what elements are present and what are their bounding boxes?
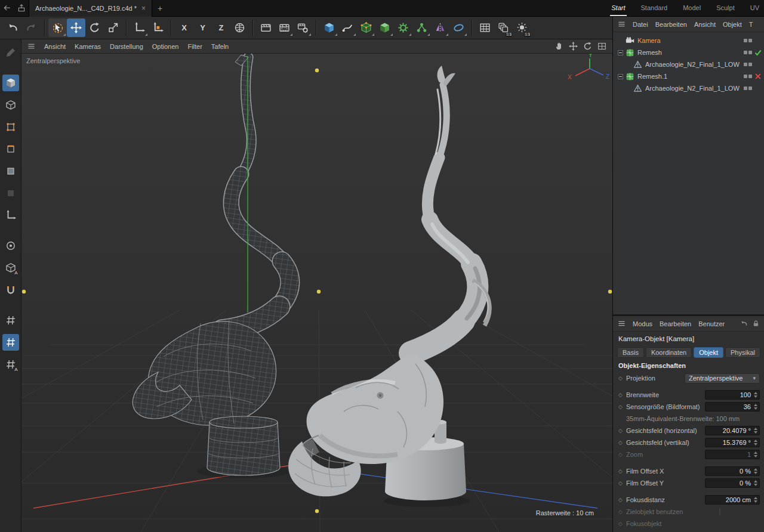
fokusdistanz-input[interactable]: 2000 cm (705, 495, 760, 505)
document-tab[interactable]: Archaeologie_N..._C4D_R19.c4d * × (29, 0, 152, 17)
solo-button[interactable] (2, 237, 19, 254)
wireframe-model[interactable] (133, 55, 290, 478)
points-mode-button[interactable] (2, 119, 19, 135)
visibility-dots[interactable] (744, 75, 752, 78)
keyframe-dot-icon[interactable]: ◇ (618, 440, 626, 446)
move-tool[interactable] (67, 18, 85, 37)
frame-handle-dots[interactable] (22, 69, 612, 513)
last-tool-button[interactable] (130, 18, 149, 37)
quantize-button[interactable]: A (2, 356, 19, 373)
spinner-arrows[interactable] (753, 468, 758, 475)
layout-tab-standard[interactable]: Standard (640, 0, 669, 16)
om-menu-ansicht[interactable]: Ansicht (694, 21, 716, 28)
subdivision-surface-button[interactable] (320, 18, 338, 37)
keyframe-dot-icon[interactable]: ◇ (618, 480, 626, 486)
layout-tab-sculpt[interactable]: Sculpt (715, 0, 736, 16)
pencil-icon[interactable] (2, 44, 19, 61)
coordinate-system-button[interactable] (230, 18, 249, 37)
film-offset-y-input[interactable]: 0 % (705, 478, 760, 488)
gesichtsfeld-h-input[interactable]: 20.4079 ° (705, 426, 760, 435)
am-menu-benutzer[interactable]: Benutzer (698, 320, 725, 327)
last-tool-rotation-button[interactable] (149, 18, 167, 37)
lock-icon[interactable] (752, 320, 760, 327)
keyframe-dot-icon[interactable]: ◇ (618, 375, 626, 381)
visibility-dots[interactable] (744, 63, 752, 66)
projektion-dropdown[interactable]: Zentralperspektive▾ (685, 373, 760, 383)
redo-button[interactable] (22, 18, 41, 37)
attribute-manager-menu-icon[interactable] (618, 320, 626, 327)
collapse-expander-icon[interactable] (618, 50, 623, 55)
visibility-dots[interactable] (744, 86, 752, 90)
om-menu-datei[interactable]: Datei (633, 21, 648, 28)
enabled-check-icon[interactable] (754, 48, 762, 57)
mograph-grid-button[interactable] (476, 18, 494, 37)
viewport-3d[interactable]: Y X Z Zentralperspektive Rasterweite : 1… (21, 54, 612, 532)
generator-cube-button[interactable] (375, 18, 394, 37)
magnet-snap-button[interactable] (2, 282, 19, 298)
toggle-views-icon[interactable] (597, 42, 606, 51)
new-tab-button[interactable]: + (152, 0, 168, 17)
object-row-mesh-1[interactable]: Archaeologie_N2_Final_1_LOW (613, 58, 764, 70)
close-tab-icon[interactable]: × (141, 4, 146, 13)
tab-objekt[interactable]: Objekt (694, 347, 723, 358)
brennweite-input[interactable]: 100 (705, 390, 760, 400)
simulate-light-button[interactable]: ST (513, 18, 531, 37)
texture-axis-button[interactable]: A (2, 259, 19, 276)
object-manager-menu-icon[interactable] (618, 20, 626, 28)
visibility-dots[interactable] (744, 39, 752, 42)
menu-tafeln[interactable]: Tafeln (211, 43, 229, 50)
shaded-model[interactable] (288, 66, 489, 507)
gesichtsfeld-v-input[interactable]: 15.3769 ° (705, 438, 760, 447)
spinner-arrows[interactable] (753, 439, 758, 446)
menu-filter[interactable]: Filter (187, 43, 202, 50)
om-menu-bearbeiten[interactable]: Bearbeiten (655, 21, 687, 28)
tab-physikal[interactable]: Physikal (725, 347, 760, 358)
disabled-cross-icon[interactable] (754, 72, 762, 81)
lock-z-axis-button[interactable]: Z (212, 18, 230, 37)
axis-gizmo[interactable]: Y X Z (568, 54, 609, 81)
share-icon[interactable] (14, 2, 29, 15)
keyframe-dot-icon[interactable]: ◇ (618, 468, 626, 474)
film-offset-x-input[interactable]: 0 % (705, 466, 760, 476)
om-menu-tags[interactable]: T (749, 21, 753, 28)
scale-tool[interactable] (104, 18, 122, 37)
live-selection-tool[interactable] (48, 18, 67, 37)
om-menu-objekt[interactable]: Objekt (723, 21, 742, 28)
keyframe-dot-icon[interactable]: ◇ (618, 392, 626, 398)
object-row-remesh[interactable]: Remesh (613, 47, 764, 58)
spinner-arrows[interactable] (753, 480, 758, 487)
tab-basis[interactable]: Basis (617, 347, 644, 358)
cube-primitive-button[interactable] (357, 18, 375, 37)
object-row-mesh-2[interactable]: Archaeologie_N2_Final_1_LOW (613, 82, 764, 94)
symmetry-button[interactable] (431, 18, 449, 37)
spinner-arrows[interactable] (753, 391, 758, 398)
workplane-button[interactable] (2, 312, 19, 329)
render-settings-button[interactable] (294, 18, 312, 37)
spinner-arrows[interactable] (753, 496, 758, 503)
array-generator-button[interactable] (412, 18, 431, 37)
cloner-button[interactable]: ST (494, 18, 513, 37)
layout-tab-start[interactable]: Start (610, 0, 626, 16)
model-mode-button[interactable] (2, 97, 19, 113)
spinner-arrows[interactable] (753, 427, 758, 434)
spline-pen-button[interactable] (338, 18, 357, 37)
am-menu-modus[interactable]: Modus (633, 320, 652, 327)
move-view-icon[interactable] (569, 42, 578, 51)
polygons-mode-button[interactable] (2, 163, 19, 180)
visibility-dots[interactable] (744, 51, 752, 54)
back-arrow-icon[interactable] (0, 2, 14, 15)
keyframe-dot-icon[interactable]: ◇ (618, 428, 626, 434)
axis-mode-button[interactable] (2, 207, 19, 224)
am-menu-bearbeiten[interactable]: Bearbeiten (660, 320, 691, 327)
menu-optionen[interactable]: Optionen (152, 43, 179, 50)
rotate-tool[interactable] (85, 18, 104, 37)
collapse-expander-icon[interactable] (618, 74, 623, 79)
menu-ansicht[interactable]: Ansicht (44, 43, 66, 50)
layout-tab-uv[interactable]: UV (749, 0, 760, 16)
keyframe-dot-icon[interactable]: ◇ (618, 497, 626, 503)
render-region-button[interactable] (275, 18, 294, 37)
rotate-view-icon[interactable] (583, 42, 592, 51)
lock-x-axis-button[interactable]: X (175, 18, 193, 37)
viewport-menu-icon[interactable] (27, 42, 35, 50)
spline-primitive-button[interactable] (449, 18, 468, 37)
